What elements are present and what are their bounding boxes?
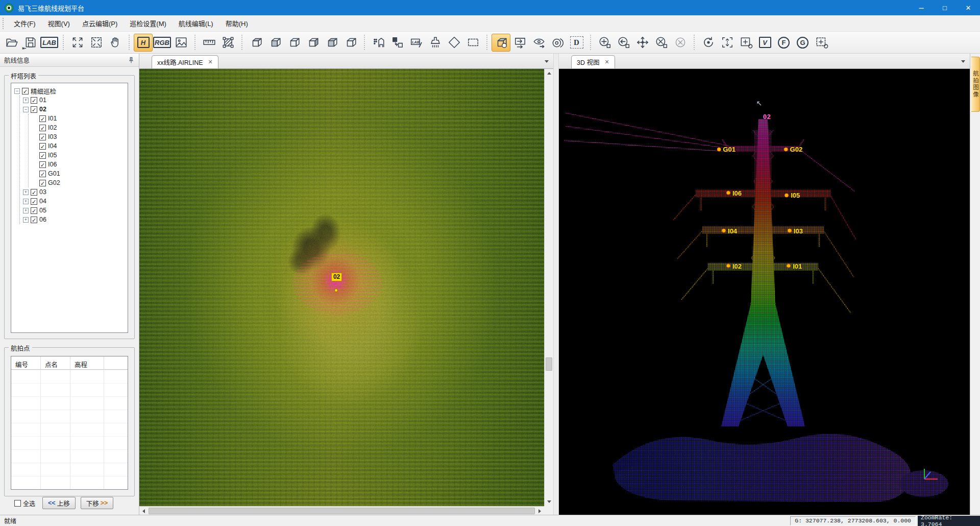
tree-item-G02[interactable]: G02: [32, 178, 128, 187]
expander-plus-icon[interactable]: +: [23, 98, 29, 103]
tree-checkbox-I02[interactable]: [39, 125, 46, 131]
view-left-button[interactable]: [322, 34, 341, 52]
expander-minus-icon[interactable]: −: [14, 88, 20, 94]
tab-3d-view-close-icon[interactable]: ✕: [604, 59, 609, 65]
tree-checkbox-03[interactable]: [31, 189, 37, 196]
export-selection-button[interactable]: [510, 34, 529, 52]
scroll-up-button[interactable]: [545, 69, 553, 78]
delete-waypoint-button[interactable]: [652, 34, 671, 52]
waypoints-column-1[interactable]: 点名: [41, 356, 70, 369]
tab-airline[interactable]: xx线路.AIRLINE ✕: [152, 55, 218, 68]
tree-item-03[interactable]: +03: [23, 187, 128, 197]
view-top-button[interactable]: [247, 34, 265, 52]
select-all-checkbox[interactable]: [14, 500, 21, 507]
waypoints-column-2[interactable]: 高程: [70, 356, 104, 369]
pane-splitter[interactable]: [553, 54, 559, 515]
measure-area-button[interactable]: [218, 34, 237, 52]
fit-view-button[interactable]: [87, 34, 106, 52]
pointcloud-top-view[interactable]: 02: [139, 69, 544, 506]
view-back-button[interactable]: [303, 34, 322, 52]
clean-brush-button[interactable]: [426, 34, 445, 52]
tree-item-I05[interactable]: I05: [32, 151, 128, 160]
zoom-extents-button[interactable]: [68, 34, 87, 52]
tree-item-I04[interactable]: I04: [32, 141, 128, 151]
region-crop-button[interactable]: [812, 34, 831, 52]
aerial-image-dock-tab[interactable]: 航拍图像: [971, 57, 980, 112]
select-all-control[interactable]: 全选: [14, 499, 35, 508]
horizontal-scroll-thumb[interactable]: [149, 508, 535, 514]
preview-result-button[interactable]: [529, 34, 548, 52]
pointcloud-3d-view[interactable]: ↖ 02 G01G02I06I05I04I03I02I01: [559, 69, 970, 515]
expander-plus-icon[interactable]: +: [23, 217, 29, 223]
menu-item-2[interactable]: 点云编辑(P): [76, 15, 124, 31]
maximize-button[interactable]: □: [933, 0, 957, 15]
tree-checkbox-I04[interactable]: [39, 143, 46, 150]
f-tool-button[interactable]: F: [774, 34, 793, 52]
view-bottom-button[interactable]: [265, 34, 284, 52]
tree-item-精细巡检[interactable]: −精细巡检: [14, 86, 128, 95]
menu-item-1[interactable]: 视图(V): [42, 15, 76, 31]
expander-plus-icon[interactable]: +: [23, 208, 29, 213]
menu-item-3[interactable]: 巡检设置(M): [124, 15, 173, 31]
rotate-view-button[interactable]: [699, 34, 718, 52]
move-selection-button[interactable]: [388, 34, 407, 52]
menu-item-0[interactable]: 文件(F): [8, 15, 42, 31]
menu-item-5[interactable]: 帮助(H): [219, 15, 254, 31]
view3d-tab-list-button[interactable]: [960, 58, 967, 65]
measure-distance-button[interactable]: [200, 34, 218, 52]
vertical-fit-button[interactable]: [718, 34, 737, 52]
tree-checkbox-G01[interactable]: [39, 171, 46, 177]
tree-checkbox-06[interactable]: [31, 217, 37, 223]
move-waypoint-button[interactable]: [633, 34, 652, 52]
rect-select-button[interactable]: [463, 34, 482, 52]
open-file-button[interactable]: [2, 34, 21, 52]
tree-checkbox-04[interactable]: [31, 198, 37, 205]
intensity-render-button[interactable]: [172, 34, 190, 52]
tree-item-I02[interactable]: I02: [32, 123, 128, 132]
expander-plus-icon[interactable]: +: [23, 189, 29, 195]
tree-checkbox-02[interactable]: [31, 106, 37, 113]
tree-item-I06[interactable]: I06: [32, 160, 128, 169]
scroll-left-button[interactable]: [139, 507, 148, 515]
scroll-down-button[interactable]: [545, 497, 553, 506]
classify-points-button[interactable]: [369, 34, 388, 52]
tab-airline-close-icon[interactable]: ✕: [208, 59, 213, 65]
eraser-button[interactable]: [445, 34, 463, 52]
tree-checkbox-G02[interactable]: [39, 180, 46, 186]
prev-waypoint-button[interactable]: [614, 34, 633, 52]
tree-item-04[interactable]: +04: [23, 197, 128, 206]
tree-item-I01[interactable]: I01: [32, 114, 128, 123]
export-lab-button[interactable]: LAB: [40, 34, 59, 52]
scroll-right-button[interactable]: [535, 507, 544, 515]
save-file-button[interactable]: ⇤: [21, 34, 40, 52]
tree-item-G01[interactable]: G01: [32, 169, 128, 178]
tree-checkbox-I06[interactable]: [39, 161, 46, 168]
tree-item-I03[interactable]: I03: [32, 132, 128, 141]
tree-checkbox-05[interactable]: [31, 207, 37, 214]
tree-item-02[interactable]: −02: [23, 105, 128, 114]
expander-plus-icon[interactable]: +: [23, 199, 29, 204]
pin-icon[interactable]: [128, 57, 135, 64]
menu-item-4[interactable]: 航线编辑(L): [173, 15, 219, 31]
vertical-scroll-thumb[interactable]: [546, 357, 552, 371]
add-photo-point-button[interactable]: [737, 34, 755, 52]
expander-minus-icon[interactable]: −: [23, 107, 29, 112]
tab-3d-view[interactable]: 3D 视图 ✕: [571, 55, 615, 68]
waypoints-table[interactable]: 编号点名高程: [11, 356, 128, 490]
tree-checkbox-I05[interactable]: [39, 152, 46, 159]
horizontal-scrollbar[interactable]: [139, 506, 544, 515]
minimize-button[interactable]: ─: [910, 0, 933, 15]
edit-label-button[interactable]: LAB: [407, 34, 426, 52]
view-right-button[interactable]: [341, 34, 360, 52]
tree-checkbox-I01[interactable]: [39, 115, 46, 122]
tree-checkbox-01[interactable]: [31, 97, 37, 104]
airline-tab-list-button[interactable]: [543, 58, 550, 65]
g-tool-button[interactable]: G: [793, 34, 812, 52]
tree-checkbox-I03[interactable]: [39, 134, 46, 140]
layers-button[interactable]: [548, 34, 567, 52]
rgb-render-button[interactable]: RGB: [153, 34, 172, 52]
move-up-button[interactable]: << 上移: [42, 497, 76, 509]
waypoints-column-0[interactable]: 编号: [11, 356, 41, 369]
tree-checkbox-精细巡检[interactable]: [22, 88, 29, 94]
add-waypoint-button[interactable]: [595, 34, 614, 52]
